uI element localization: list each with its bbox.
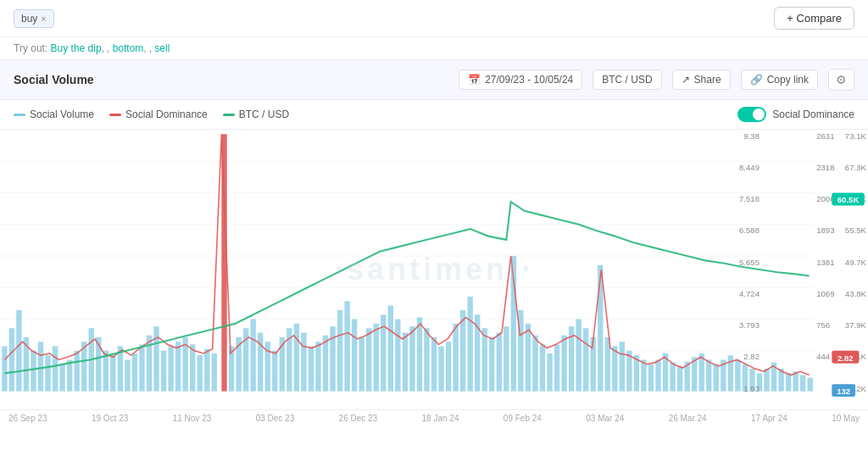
share-button[interactable]: ↗ Share	[672, 69, 731, 90]
svg-text:37.9K: 37.9K	[845, 320, 867, 330]
x-label-sep23: 26 Sep 23	[8, 414, 47, 423]
svg-rect-12	[31, 351, 36, 392]
x-label-apr24: 17 Apr 24	[751, 414, 787, 423]
svg-rect-14	[45, 355, 50, 392]
svg-rect-18	[74, 351, 79, 392]
svg-rect-27	[139, 344, 144, 391]
close-icon[interactable]: ×	[41, 14, 46, 24]
buy-tag[interactable]: buy ×	[14, 9, 54, 28]
svg-rect-70	[453, 324, 458, 392]
svg-rect-85	[561, 336, 566, 392]
svg-rect-77	[504, 326, 509, 392]
svg-rect-72	[467, 297, 472, 392]
svg-rect-17	[67, 359, 72, 391]
svg-rect-15	[53, 346, 58, 391]
copy-link-button[interactable]: 🔗 Copy link	[741, 69, 818, 90]
svg-rect-75	[489, 337, 494, 392]
svg-text:5.655: 5.655	[739, 258, 760, 267]
pair-button[interactable]: BTC / USD	[593, 69, 661, 90]
buy-tag-label: buy	[21, 13, 37, 25]
chart-header: Social Volume 📅 27/09/23 - 10/05/24 BTC …	[0, 59, 868, 100]
svg-rect-105	[706, 359, 711, 391]
svg-text:6.588: 6.588	[739, 225, 760, 235]
try-out-link-sell[interactable]: sell	[154, 42, 170, 54]
social-dominance-dot	[109, 114, 121, 116]
svg-rect-33	[175, 342, 181, 392]
svg-text:8.449: 8.449	[739, 163, 760, 172]
toggle-label: Social Dominance	[772, 108, 854, 120]
x-label-dec03: 03 Dec 23	[256, 414, 295, 423]
svg-rect-101	[677, 366, 682, 392]
svg-rect-87	[576, 320, 581, 392]
svg-text:2.82: 2.82	[837, 353, 854, 363]
x-label-dec26: 26 Dec 23	[339, 414, 378, 423]
svg-rect-80	[526, 324, 531, 392]
svg-rect-62	[395, 320, 400, 392]
try-out-link-buy-the-dip[interactable]: Buy the dip	[51, 42, 107, 54]
svg-rect-52	[323, 336, 328, 392]
legend-btc-usd-label: BTC / USD	[239, 108, 289, 120]
svg-rect-116	[786, 373, 791, 391]
svg-rect-81	[532, 336, 537, 392]
x-label-feb24: 09 Feb 24	[504, 414, 542, 423]
chart-svg: 2631 2318 2006 1893 1381 1069 756 444 9.…	[0, 130, 868, 409]
x-label-mar26: 26 Mar 24	[669, 414, 707, 423]
social-dominance-toggle[interactable]	[737, 107, 766, 122]
svg-rect-97	[648, 364, 654, 392]
svg-rect-106	[714, 364, 719, 392]
svg-rect-88	[583, 328, 588, 392]
social-volume-dot	[14, 114, 25, 116]
date-range-picker[interactable]: 📅 27/09/23 - 10/05/24	[459, 69, 582, 90]
svg-text:132: 132	[837, 386, 850, 396]
svg-rect-82	[540, 344, 545, 391]
svg-rect-76	[497, 333, 502, 392]
svg-rect-53	[330, 326, 335, 392]
svg-rect-113	[764, 369, 769, 392]
svg-text:73.1K: 73.1K	[845, 131, 867, 141]
svg-text:43.8K: 43.8K	[845, 289, 867, 298]
svg-text:1381: 1381	[816, 258, 834, 267]
svg-rect-25	[125, 359, 130, 391]
svg-text:7.518: 7.518	[739, 194, 760, 203]
svg-rect-36	[198, 355, 203, 392]
svg-rect-45	[272, 351, 277, 392]
legend-items: Social Volume Social Dominance BTC / USD	[14, 108, 289, 120]
chart-controls: 📅 27/09/23 - 10/05/24 BTC / USD ↗ Share …	[459, 69, 854, 91]
link-icon: 🔗	[750, 74, 763, 86]
svg-text:2.82: 2.82	[743, 352, 760, 361]
svg-rect-69	[446, 342, 451, 392]
svg-rect-66	[424, 328, 429, 392]
svg-rect-10	[16, 310, 21, 392]
svg-text:756: 756	[816, 320, 830, 330]
x-label-nov23: 11 Nov 23	[173, 414, 212, 423]
svg-rect-49	[301, 333, 306, 392]
svg-rect-54	[337, 310, 342, 392]
svg-rect-100	[670, 363, 675, 392]
svg-rect-42	[250, 320, 255, 392]
svg-text:49.7K: 49.7K	[845, 258, 867, 267]
svg-rect-84	[554, 344, 559, 391]
legend-item-btc-usd: BTC / USD	[223, 108, 289, 120]
svg-rect-51	[315, 342, 320, 392]
svg-rect-98	[655, 359, 660, 391]
btc-usd-dot	[223, 114, 235, 116]
svg-rect-61	[388, 306, 393, 392]
x-label-mar03: 03 Mar 24	[586, 414, 624, 423]
top-bar: buy × + Compare	[0, 0, 868, 37]
share-label: Share	[694, 74, 721, 86]
svg-rect-58	[366, 328, 371, 392]
svg-rect-63	[403, 333, 408, 392]
svg-text:1069: 1069	[816, 289, 834, 298]
svg-rect-56	[352, 320, 357, 392]
try-out-link-bottom[interactable]: bottom	[113, 42, 149, 54]
svg-text:9.38: 9.38	[743, 131, 760, 141]
svg-text:4.724: 4.724	[739, 289, 760, 298]
chart-title: Social Volume	[14, 73, 94, 86]
try-out-bar: Try out: Buy the dip, bottom, sell	[0, 37, 868, 59]
svg-text:1.93: 1.93	[743, 384, 760, 393]
compare-button[interactable]: + Compare	[774, 7, 854, 30]
settings-button[interactable]: ⚙	[828, 69, 854, 91]
svg-text:444: 444	[816, 352, 831, 361]
copy-label: Copy link	[767, 74, 809, 86]
svg-rect-8	[2, 346, 7, 391]
